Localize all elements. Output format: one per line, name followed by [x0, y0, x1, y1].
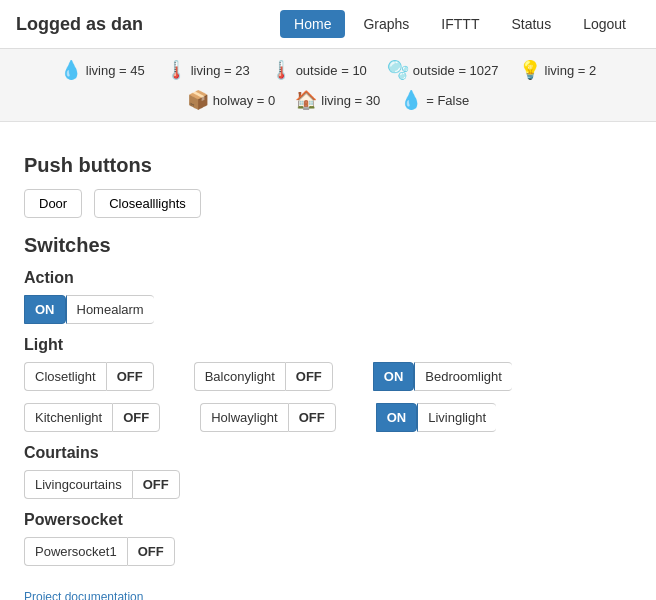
switch-balconylight-label[interactable]: Balconylight — [194, 362, 285, 391]
switch-bedroomlight: ON Bedroomlight — [373, 362, 512, 391]
sensor-temp-outside-value: outside = 10 — [296, 63, 367, 78]
switch-bedroomlight-label[interactable]: Bedroomlight — [414, 362, 512, 391]
sensor-pressure-outside: 🫧 outside = 1027 — [387, 59, 499, 81]
sensor-temp-outside: 🌡️ outside = 10 — [270, 59, 367, 81]
switch-holwaylight-state[interactable]: OFF — [288, 403, 336, 432]
light-icon: 💡 — [519, 59, 541, 81]
sensor-motion-holway-value: holway = 0 — [213, 93, 276, 108]
sensor-bar: 💧 living = 45 🌡️ living = 23 🌡️ outside … — [0, 49, 656, 122]
motion-icon: 📦 — [187, 89, 209, 111]
switch-homealarm: ON Homealarm — [24, 295, 154, 324]
switch-group-powersocket: Powersocket1 OFF — [24, 537, 632, 566]
switch-closetlight-label[interactable]: Closetlight — [24, 362, 106, 391]
push-buttons-row: Door Closealllights — [24, 189, 632, 218]
switch-kitchenlight: Kitchenlight OFF — [24, 403, 160, 432]
humidity-icon: 💧 — [60, 59, 82, 81]
sensor-pressure-outside-value: outside = 1027 — [413, 63, 499, 78]
subsection-action: Action — [24, 269, 632, 287]
switch-holwaylight-label[interactable]: Holwaylight — [200, 403, 287, 432]
switch-closetlight: Closetlight OFF — [24, 362, 154, 391]
sensor-extra: 💧 = False — [400, 89, 469, 111]
sensor-motion-holway: 📦 holway = 0 — [187, 89, 276, 111]
push-btn-closealllights[interactable]: Closealllights — [94, 189, 201, 218]
switch-closetlight-state[interactable]: OFF — [106, 362, 154, 391]
switch-homealarm-label[interactable]: Homealarm — [66, 295, 154, 324]
sensor-co2-living: 🏠 living = 30 — [295, 89, 380, 111]
switch-kitchenlight-state[interactable]: OFF — [112, 403, 160, 432]
switch-group-action: ON Homealarm — [24, 295, 632, 324]
nav-logout[interactable]: Logout — [569, 10, 640, 38]
switch-balconylight: Balconylight OFF — [194, 362, 333, 391]
sensor-co2-living-value: living = 30 — [321, 93, 380, 108]
switch-livingcourtains-state[interactable]: OFF — [132, 470, 180, 499]
switch-powersocket1-label[interactable]: Powersocket1 — [24, 537, 127, 566]
pressure-icon: 🫧 — [387, 59, 409, 81]
switches-heading: Switches — [24, 234, 632, 257]
push-btn-door[interactable]: Door — [24, 189, 82, 218]
switch-powersocket1-state[interactable]: OFF — [127, 537, 175, 566]
main-content: Push buttons Door Closealllights Switche… — [0, 122, 656, 600]
switch-livinglight: ON Livinglight — [376, 403, 496, 432]
extra-icon: 💧 — [400, 89, 422, 111]
sensor-extra-value: = False — [426, 93, 469, 108]
nav-graphs[interactable]: Graphs — [349, 10, 423, 38]
header-title: Logged as dan — [16, 14, 280, 35]
subsection-courtains: Courtains — [24, 444, 632, 462]
sensor-light-living: 💡 living = 2 — [519, 59, 597, 81]
pushbuttons-heading: Push buttons — [24, 154, 632, 177]
switch-livingcourtains: Livingcourtains OFF — [24, 470, 180, 499]
nav-status[interactable]: Status — [497, 10, 565, 38]
switch-livinglight-label[interactable]: Livinglight — [417, 403, 496, 432]
switch-balconylight-state[interactable]: OFF — [285, 362, 333, 391]
switch-kitchenlight-label[interactable]: Kitchenlight — [24, 403, 112, 432]
switch-homealarm-state[interactable]: ON — [24, 295, 66, 324]
sensor-temp-living: 🌡️ living = 23 — [165, 59, 250, 81]
nav-home[interactable]: Home — [280, 10, 345, 38]
switch-livingcourtains-label[interactable]: Livingcourtains — [24, 470, 132, 499]
switch-livinglight-state[interactable]: ON — [376, 403, 418, 432]
switch-holwaylight: Holwaylight OFF — [200, 403, 335, 432]
header: Logged as dan Home Graphs IFTTT Status L… — [0, 0, 656, 49]
sensor-humidity-living-value: living = 45 — [86, 63, 145, 78]
navigation: Home Graphs IFTTT Status Logout — [280, 10, 640, 38]
sensor-light-living-value: living = 2 — [545, 63, 597, 78]
sensor-temp-living-value: living = 23 — [191, 63, 250, 78]
switch-group-light: Closetlight OFF Balconylight OFF ON Bedr… — [24, 362, 632, 432]
switch-bedroomlight-state[interactable]: ON — [373, 362, 415, 391]
subsection-light: Light — [24, 336, 632, 354]
co2-icon: 🏠 — [295, 89, 317, 111]
switch-group-courtains: Livingcourtains OFF — [24, 470, 632, 499]
nav-ifttt[interactable]: IFTTT — [427, 10, 493, 38]
sensor-humidity-living: 💧 living = 45 — [60, 59, 145, 81]
temp-icon-2: 🌡️ — [270, 59, 292, 81]
switch-powersocket1: Powersocket1 OFF — [24, 537, 175, 566]
temp-icon-1: 🌡️ — [165, 59, 187, 81]
project-documentation-link[interactable]: Project documentation — [24, 590, 143, 600]
subsection-powersocket: Powersocket — [24, 511, 632, 529]
